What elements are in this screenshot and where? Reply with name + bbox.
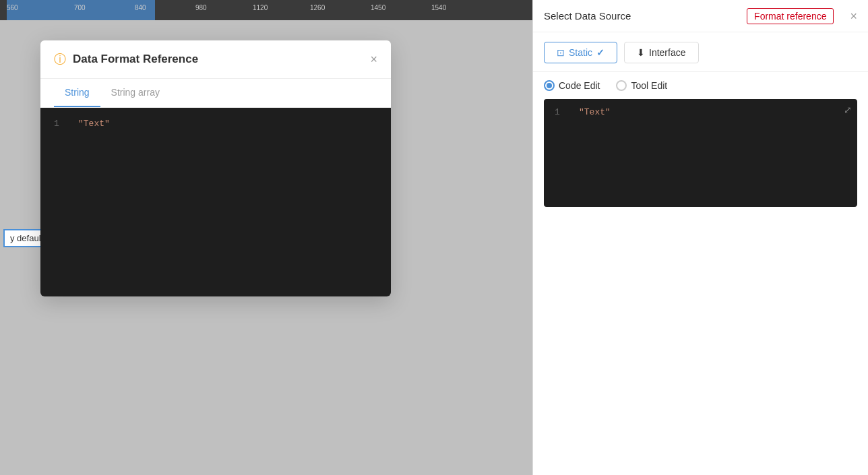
interface-tab-icon: ⬇ — [637, 47, 645, 58]
modal-close-button[interactable]: × — [370, 53, 377, 67]
code-edit-radio-dot — [544, 80, 555, 91]
source-tabs: ⊡ Static ✓ ⬇ Interface — [533, 32, 868, 72]
modal-info-icon: ⓘ — [54, 51, 66, 67]
static-tab-label: Static — [569, 47, 592, 58]
string-array-tab-label: String array — [111, 87, 160, 98]
static-tab-icon: ⊡ — [557, 47, 565, 58]
modal-code-line-1: 1 "Text" — [54, 119, 377, 129]
right-panel-header: Select Data Source Format reference × — [533, 0, 868, 32]
string-tab-label: String — [65, 87, 90, 98]
ruler-label-1450: 1450 — [371, 4, 385, 11]
right-panel-code-editor[interactable]: ⤢ 1 "Text" — [544, 99, 857, 207]
static-tab-checkmark: ✓ — [596, 47, 604, 58]
code-edit-label: Code Edit — [559, 80, 600, 91]
ruler-label-980: 980 — [195, 4, 207, 11]
edit-mode-selector: Code Edit Tool Edit — [533, 72, 868, 99]
code-edit-radio[interactable]: Code Edit — [544, 80, 600, 91]
canvas-element-label: y default — [10, 233, 43, 243]
ruler-label-1540: 1540 — [431, 4, 446, 11]
expand-editor-button[interactable]: ⤢ — [844, 104, 852, 115]
tool-edit-radio-dot — [616, 80, 627, 91]
interface-tab-label: Interface — [649, 47, 685, 58]
ruler: 560 700 840 980 1120 1260 1450 1540 — [0, 0, 532, 20]
ruler-label-560: 560 — [7, 4, 18, 11]
ruler-label-1260: 1260 — [310, 4, 325, 11]
static-tab[interactable]: ⊡ Static ✓ — [544, 42, 617, 63]
right-panel: Select Data Source Format reference × ⊡ … — [532, 0, 868, 475]
format-reference-tab[interactable]: Format reference — [747, 8, 834, 24]
string-tab[interactable]: String — [54, 79, 100, 107]
modal-line-number-1: 1 — [54, 119, 67, 129]
ruler-label-840: 840 — [135, 4, 146, 11]
line-number-1: 1 — [555, 107, 568, 117]
modal-tabs: String String array — [40, 79, 391, 108]
tool-edit-radio[interactable]: Tool Edit — [616, 80, 667, 91]
interface-tab[interactable]: ⬇ Interface — [624, 42, 698, 63]
code-string-value: "Text" — [579, 107, 611, 117]
tool-edit-label: Tool Edit — [631, 80, 667, 91]
modal-code-editor[interactable]: 1 "Text" — [40, 108, 391, 296]
modal-code-string-value: "Text" — [78, 119, 110, 129]
ruler-label-1120: 1120 — [253, 4, 268, 11]
code-line-1: 1 "Text" — [555, 107, 846, 117]
data-format-reference-modal: ⓘ Data Format Reference × String String … — [40, 40, 391, 296]
modal-title: Data Format Reference — [73, 53, 370, 66]
right-panel-close-button[interactable]: × — [850, 10, 857, 22]
string-array-tab[interactable]: String array — [100, 79, 170, 107]
modal-header: ⓘ Data Format Reference × — [40, 40, 391, 79]
select-data-source-title: Select Data Source — [544, 10, 747, 22]
ruler-label-700: 700 — [74, 4, 86, 11]
